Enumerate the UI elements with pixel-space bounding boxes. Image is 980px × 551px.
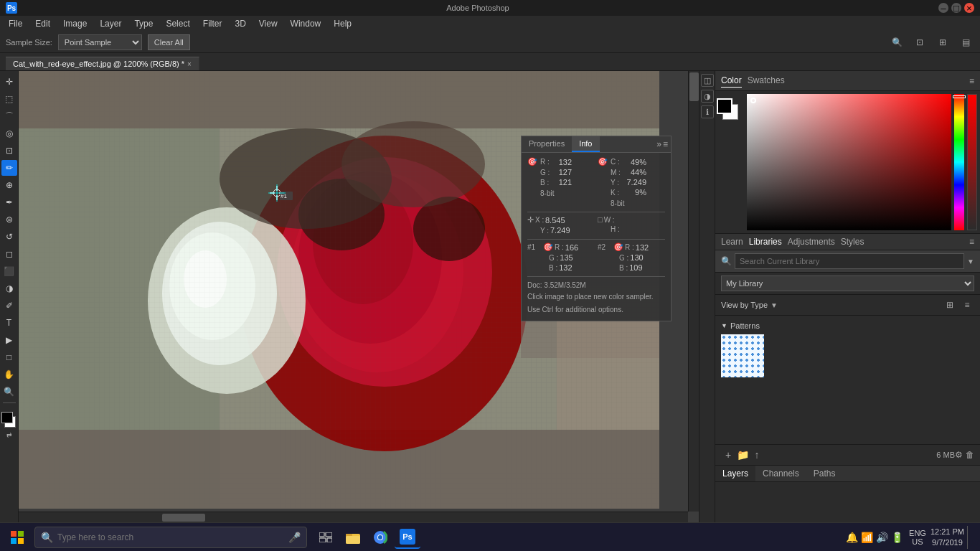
vertical-scrollbar[interactable] [688,71,699,512]
hue-slider[interactable] [954,94,964,230]
close-button[interactable]: × [964,3,974,13]
swatches-tab[interactable]: Swatches [748,74,785,88]
color-gradient-area [744,91,980,233]
document-tab[interactable]: Cat_with_red-eye_effect.jpg @ 1200% (RGB… [6,57,199,70]
tab-close-button[interactable]: × [187,60,192,68]
menu-layer[interactable]: Layer [94,17,127,30]
grid-view-icon[interactable]: ⊞ [943,298,957,312]
pattern-item-1[interactable] [721,334,764,377]
info-tab[interactable]: Info [572,136,599,152]
new-folder-button[interactable]: 📁 [735,448,750,462]
styles-tab[interactable]: Styles [841,237,864,247]
list-view-icon[interactable]: ≡ [960,298,974,312]
move-tool[interactable]: ✛ [1,74,17,90]
battery-icon[interactable]: 🔋 [891,532,903,543]
expand-icon[interactable]: » [656,139,661,149]
taskbar-search-input[interactable] [57,532,284,542]
selection-tool[interactable]: ⬚ [1,91,17,107]
path-selection-tool[interactable]: ▶ [1,332,17,348]
menu-view[interactable]: View [253,17,283,30]
lasso-tool[interactable]: ⌒ [1,108,17,124]
task-view-button[interactable] [313,526,339,549]
crop-tool[interactable]: ⊡ [1,143,17,159]
layers-tab[interactable]: Layers [715,466,755,481]
network-icon[interactable]: 📶 [861,532,873,543]
type-tool[interactable]: T [1,315,17,331]
menu-image[interactable]: Image [57,17,93,30]
rectangle-tool[interactable]: □ [1,349,17,365]
menu-type[interactable]: Type [128,17,159,30]
color-saturation-gradient[interactable] [747,94,951,230]
pen-tool[interactable]: ✐ [1,298,17,314]
zoom-tool[interactable]: 🔍 [1,384,17,400]
hand-tool[interactable]: ✋ [1,367,17,382]
layers-panel: Layers Channels Paths [715,465,980,522]
menu-edit[interactable]: Edit [29,17,56,30]
upload-button[interactable]: ↑ [750,448,764,462]
taskbar-search-bar[interactable]: 🔍 🎤 [34,527,307,548]
h-scroll-thumb[interactable] [162,514,205,522]
search-icon[interactable]: 🔍 [888,34,905,51]
menu-help[interactable]: Help [328,17,357,30]
horizontal-scrollbar[interactable] [19,512,688,522]
delete-icon[interactable]: 🗑 [966,450,974,460]
paths-tab[interactable]: Paths [806,466,843,481]
clear-all-button[interactable]: Clear All [148,34,190,50]
settings-icon[interactable]: ⚙ [955,450,963,460]
mic-icon[interactable]: 🎤 [288,532,301,543]
minimize-button[interactable]: – [938,3,948,13]
arrange-icon[interactable]: ▤ [957,34,974,51]
libraries-tab[interactable]: Libraries [749,237,782,247]
quick-selection-tool[interactable]: ◎ [1,126,17,141]
opacity-slider[interactable] [967,94,977,230]
show-desktop-button[interactable] [967,526,971,549]
collapse-color-icon[interactable]: ≡ [969,76,974,86]
menu-select[interactable]: Select [160,17,195,30]
restore-button[interactable]: □ [951,3,961,13]
tab-filename: Cat_with_red-eye_effect.jpg @ 1200% (RGB… [13,60,184,68]
channels-tab[interactable]: Channels [755,466,806,481]
chrome-button[interactable] [367,526,393,549]
file-explorer-button[interactable] [340,526,366,549]
library-selector[interactable]: My Library [721,276,974,291]
view-by-type-label[interactable]: View by Type [721,301,768,309]
artboard-icon[interactable]: ◫ [701,74,714,87]
frame-icon[interactable]: ⊡ [911,34,928,51]
properties-tab[interactable]: Properties [522,136,572,152]
color-panel-header: Color Swatches ≡ [715,71,980,91]
brush-tool[interactable]: ✒ [1,194,17,210]
sample-size-dropdown[interactable]: Point Sample 3 by 3 Average 5 by 5 Avera… [58,34,142,50]
heal-tool[interactable]: ⊕ [1,177,17,193]
learn-tab[interactable]: Learn [721,237,743,247]
add-library-button[interactable]: + [721,448,735,462]
lib-search-input[interactable] [735,253,964,269]
v-scroll-thumb[interactable] [689,72,699,101]
start-button[interactable] [3,526,32,549]
eraser-tool[interactable]: ◻ [1,246,17,262]
adjustment-icon[interactable]: ◑ [701,90,714,103]
fg-color-display[interactable] [717,98,732,114]
menu-3d[interactable]: 3D [229,17,251,30]
foreground-color-swatch[interactable] [1,412,13,423]
patterns-arrow-icon[interactable]: ▼ [721,322,727,329]
zoom-icon[interactable]: ⊞ [934,34,951,51]
adjustments-tab[interactable]: Adjustments [788,237,835,247]
dodge-tool[interactable]: ◑ [1,281,17,296]
search-dropdown-icon[interactable]: ▼ [967,258,974,265]
info-icon[interactable]: ℹ [701,105,714,118]
lib-menu-icon[interactable]: ≡ [969,237,974,247]
notification-icon[interactable]: 🔔 [846,532,858,543]
photoshop-taskbar-button[interactable]: Ps [395,526,420,549]
menu-filter[interactable]: Filter [197,17,228,30]
volume-icon[interactable]: 🔊 [876,532,888,543]
history-brush-tool[interactable]: ↺ [1,229,17,245]
clone-tool[interactable]: ⊜ [1,212,17,227]
color-tab[interactable]: Color [721,74,742,88]
menu-icon[interactable]: ≡ [663,139,668,149]
eyedropper-tool active[interactable]: ✏ [1,160,17,176]
swap-colors-icon[interactable]: ⇄ [6,432,12,438]
gradient-tool[interactable]: ⬛ [1,263,17,279]
view-by-type-arrow[interactable]: ▼ [771,301,778,309]
menu-file[interactable]: File [3,17,28,30]
menu-window[interactable]: Window [285,17,327,30]
